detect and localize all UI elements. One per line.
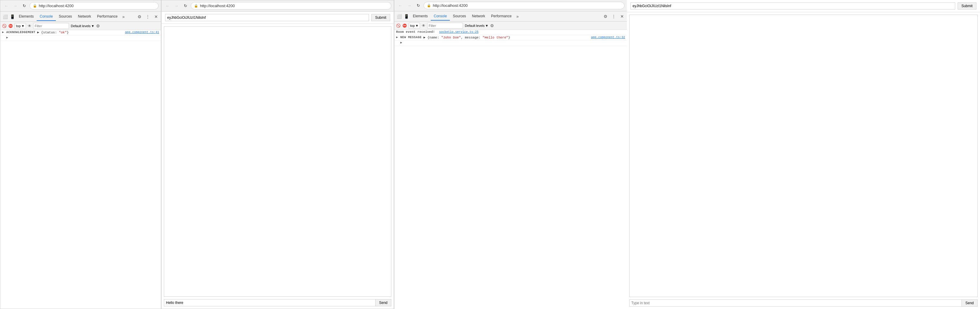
tab-sources-left[interactable]: Sources xyxy=(56,13,75,21)
dock-button-left[interactable]: ⬜ xyxy=(2,13,9,20)
expand-arrow-right2[interactable]: ► xyxy=(400,41,403,44)
expand-arrow-message[interactable]: ► xyxy=(396,36,399,39)
token-input-2[interactable] xyxy=(630,2,955,10)
tab-elements-left[interactable]: Elements xyxy=(16,13,37,21)
app-header-bar-1: ← → ↻ 🔒 xyxy=(161,0,394,12)
context-dropdown-icon-left: ▼ xyxy=(21,24,24,28)
context-selector-left[interactable]: top ▼ xyxy=(14,23,26,29)
eye-icon-right[interactable]: 👁 xyxy=(422,24,425,28)
more-button-left[interactable]: ⋮ xyxy=(144,13,151,20)
forward-icon: → xyxy=(13,3,17,8)
level-dropdown-icon-left: ▼ xyxy=(91,24,94,28)
level-label-right: Default levels xyxy=(465,24,484,27)
reload-icon: ↻ xyxy=(23,3,26,8)
settings-button-left[interactable]: ⚙ xyxy=(136,13,143,20)
devtools-actions-left: ⚙ ⋮ ✕ xyxy=(136,13,160,20)
tab-sources-right[interactable]: Sources xyxy=(450,12,469,21)
url-input-left[interactable] xyxy=(39,3,155,8)
browser-chrome-right: ← → ↻ 🔒 xyxy=(395,0,627,11)
reload-button-right[interactable]: ↻ xyxy=(415,2,422,9)
dock-button-right[interactable]: ⬜ xyxy=(396,13,402,20)
entry-source-acknowledgement[interactable]: app.component.ts:41 xyxy=(125,31,159,34)
back-btn-app1[interactable]: ← xyxy=(164,2,171,10)
address-bar-right[interactable]: 🔒 xyxy=(423,2,624,9)
address-bar-left[interactable]: 🔒 xyxy=(30,2,159,10)
send-button-2[interactable]: Send xyxy=(961,299,978,307)
tab-network-right[interactable]: Network xyxy=(469,12,488,21)
tab-console-right[interactable]: Console xyxy=(431,12,450,21)
expand-arrow-left[interactable]: ► xyxy=(6,36,9,40)
back-button-left[interactable]: ← xyxy=(3,2,10,10)
entry-value-message: ► {name: "John Doe", message: "Hello the… xyxy=(423,36,589,40)
devtools-actions-right: ⚙ ⋮ ✕ xyxy=(602,13,626,20)
reload-btn-app1[interactable]: ↻ xyxy=(182,2,189,10)
context-value-left: top xyxy=(16,24,21,28)
settings-button-right[interactable]: ⚙ xyxy=(602,13,609,20)
chat-footer-1: Send xyxy=(161,299,394,309)
submit-button-1[interactable]: Submit xyxy=(371,14,390,21)
app-toolbar-1: ← → ↻ 🔒 xyxy=(164,2,391,10)
forward-button-left[interactable]: → xyxy=(12,2,19,10)
close-button-right[interactable]: ✕ xyxy=(619,13,626,20)
token-bar-2: Submit xyxy=(627,0,980,12)
devtools-tabs-right: ⬜ 📱 Elements Console Sources Network Per… xyxy=(395,11,627,22)
forward-btn-app1[interactable]: → xyxy=(173,2,180,10)
tab-performance-left[interactable]: Performance xyxy=(94,13,121,21)
clear-console-icon-right[interactable]: 🚫 xyxy=(396,24,401,28)
entry-label-message: NEW MESSAGE xyxy=(400,36,422,39)
level-label-left: Default levels xyxy=(71,24,91,28)
entry-label-room: Room event received! xyxy=(396,30,435,34)
devtools-right: ← → ↻ 🔒 ⬜ 📱 Elements Console Sources Net… xyxy=(394,0,627,309)
console-entry-acknowledgement: ► ACKNOWLEDGEMENT ► {status: "ok"} app.c… xyxy=(0,30,161,35)
tab-performance-right[interactable]: Performance xyxy=(488,12,515,21)
eye-icon-left[interactable]: 👁 xyxy=(28,24,31,28)
entry-source-message[interactable]: app.component.ts:32 xyxy=(591,36,625,39)
tab-elements-right[interactable]: Elements xyxy=(410,12,431,21)
token-input-1[interactable] xyxy=(165,14,369,21)
chat-input-1[interactable] xyxy=(164,299,375,306)
tabs-more-right[interactable]: » xyxy=(515,13,520,20)
mobile-button-left[interactable]: 📱 xyxy=(9,13,16,20)
settings-icon-left[interactable]: ⚙ xyxy=(96,24,100,29)
lock-icon-left: 🔒 xyxy=(33,4,37,8)
more-button-right[interactable]: ⋮ xyxy=(610,13,617,20)
console-toolbar-right: 🚫 ⛔ top ▼ 👁 Default levels ▼ ⚙ xyxy=(395,22,627,30)
expand-arrow-acknowledgement[interactable]: ► xyxy=(2,31,5,34)
filter-input-left[interactable] xyxy=(33,23,69,29)
console-entry-new-message: ► NEW MESSAGE ► {name: "John Doe", messa… xyxy=(395,35,627,41)
mobile-button-right[interactable]: 📱 xyxy=(402,13,410,20)
entry-source-room[interactable]: socketio.service.ts:25 xyxy=(439,30,479,34)
send-button-1[interactable]: Send xyxy=(375,299,391,306)
tab-network-left[interactable]: Network xyxy=(75,13,94,21)
context-value-right: top xyxy=(410,24,415,27)
filter-icon-left[interactable]: ⛔ xyxy=(8,24,13,28)
console-output-left: ► ACKNOWLEDGEMENT ► {status: "ok"} app.c… xyxy=(0,30,161,309)
console-entry-expand-2: ► xyxy=(395,41,627,46)
lock-icon-right: 🔒 xyxy=(427,3,431,8)
address-bar-app1[interactable]: 🔒 xyxy=(191,2,391,10)
tabs-more-left[interactable]: » xyxy=(121,13,127,20)
back-button-right[interactable]: ← xyxy=(397,2,404,9)
chat-input-2[interactable] xyxy=(629,299,961,307)
console-entry-room-event: Room event received! socketio.service.ts… xyxy=(395,30,627,35)
settings-icon-right[interactable]: ⚙ xyxy=(490,23,494,28)
token-bar-1: Submit xyxy=(161,12,394,24)
forward-button-right[interactable]: → xyxy=(406,2,413,9)
console-toolbar-left: 🚫 ⛔ top ▼ 👁 Default levels ▼ ⚙ xyxy=(0,22,161,30)
filter-input-right[interactable] xyxy=(427,23,463,29)
reload-button-left[interactable]: ↻ xyxy=(21,2,28,10)
submit-button-2[interactable]: Submit xyxy=(958,2,977,10)
url-input-right[interactable] xyxy=(433,3,621,8)
url-input-app1[interactable] xyxy=(200,3,388,8)
level-selector-right[interactable]: Default levels ▼ xyxy=(465,24,488,27)
close-button-left[interactable]: ✕ xyxy=(153,13,160,20)
level-dropdown-icon-right: ▼ xyxy=(485,24,488,27)
devtools-tabs-left: ⬜ 📱 Elements Console Sources Network Per… xyxy=(0,12,161,22)
tab-console-left[interactable]: Console xyxy=(37,13,56,21)
level-selector-left[interactable]: Default levels ▼ xyxy=(71,24,94,28)
filter-icon-right[interactable]: ⛔ xyxy=(402,24,407,28)
context-selector-right[interactable]: top ▼ xyxy=(409,23,420,29)
clear-console-icon-left[interactable]: 🚫 xyxy=(2,24,6,28)
entry-name-val: "John Doe" xyxy=(441,36,461,40)
entry-value-acknowledgement: ► {status: "ok"} xyxy=(37,31,123,34)
